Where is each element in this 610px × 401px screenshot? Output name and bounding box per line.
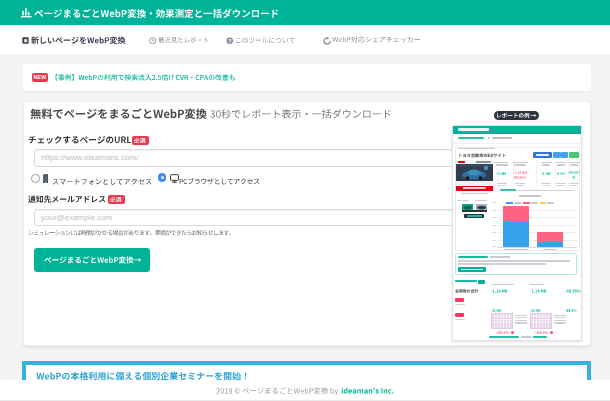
svg-text:?: ? — [228, 37, 231, 43]
